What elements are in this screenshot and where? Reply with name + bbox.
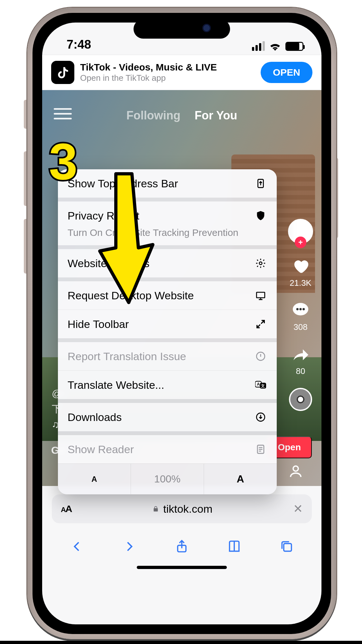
- sound-disc-icon[interactable]: [289, 388, 312, 411]
- menu-show-reader: Show Reader: [58, 435, 277, 463]
- app-banner-title: TikTok - Videos, Music & LIVE: [80, 62, 255, 73]
- svg-point-4: [293, 466, 298, 471]
- smart-app-banner: TikTok - Videos, Music & LIVE Open in th…: [42, 55, 321, 90]
- creator-avatar[interactable]: +: [288, 219, 313, 244]
- notch: [134, 19, 230, 39]
- back-icon[interactable]: [70, 539, 84, 554]
- aa-button[interactable]: AA: [61, 503, 72, 514]
- address-bar[interactable]: AA tiktok.com ✕: [52, 494, 312, 523]
- menu-hide-toolbar[interactable]: Hide Toolbar: [58, 310, 277, 338]
- follow-plus-icon[interactable]: +: [295, 237, 306, 248]
- tabs-icon[interactable]: [280, 539, 294, 554]
- menu-icon[interactable]: [54, 108, 72, 121]
- status-time: 7:48: [67, 38, 91, 51]
- zoom-in-button[interactable]: A: [204, 464, 277, 494]
- svg-point-8: [259, 262, 262, 265]
- shield-icon: [254, 209, 267, 222]
- zoom-level[interactable]: 100%: [131, 464, 204, 494]
- translate-icon: A文: [254, 378, 267, 391]
- like-icon[interactable]: [290, 256, 311, 276]
- menu-report-translation: Report Translation Issue: [58, 342, 277, 370]
- menu-show-top-address-bar[interactable]: Show Top Address Bar: [58, 169, 277, 198]
- annotation-arrow: [97, 171, 154, 306]
- menu-privacy-report[interactable]: Privacy Report: [58, 201, 277, 230]
- svg-rect-6: [284, 544, 292, 551]
- reader-icon: [254, 443, 267, 456]
- menu-website-settings[interactable]: Website Settings: [58, 249, 277, 277]
- comment-icon[interactable]: [290, 300, 311, 320]
- svg-point-2: [299, 308, 302, 310]
- svg-text:文: 文: [261, 384, 265, 388]
- wifi-icon: [269, 42, 281, 51]
- share-toolbar-icon[interactable]: [175, 539, 189, 554]
- expand-icon: [254, 318, 267, 331]
- alert-icon: [254, 350, 267, 363]
- download-icon: [254, 411, 267, 424]
- like-count: 21.3K: [290, 278, 311, 288]
- profile-icon[interactable]: [288, 463, 303, 480]
- tiktok-app-icon: [51, 61, 74, 84]
- bookmarks-icon[interactable]: [227, 539, 241, 554]
- zoom-out-button[interactable]: A: [58, 464, 131, 494]
- desktop-icon: [254, 289, 267, 302]
- open-app-button[interactable]: OPEN: [261, 62, 312, 83]
- lock-icon: [152, 505, 159, 513]
- menu-translate[interactable]: Translate Website... A文: [58, 370, 277, 399]
- page-settings-menu: Show Top Address Bar Privacy Report Turn…: [58, 169, 277, 494]
- comment-count: 308: [293, 322, 307, 332]
- cellular-icon: [252, 41, 265, 51]
- svg-point-1: [296, 308, 299, 310]
- forward-icon[interactable]: [122, 539, 136, 554]
- share-icon[interactable]: [290, 344, 311, 364]
- battery-icon: [285, 42, 303, 51]
- app-banner-subtitle: Open in the TikTok app: [80, 73, 255, 83]
- menu-request-desktop[interactable]: Request Desktop Website: [58, 281, 277, 310]
- tab-for-you[interactable]: For You: [195, 109, 237, 122]
- stop-reload-icon[interactable]: ✕: [293, 502, 303, 516]
- svg-rect-9: [256, 292, 265, 298]
- share-count: 80: [296, 366, 305, 376]
- gear-icon: [254, 257, 267, 270]
- svg-point-3: [302, 308, 305, 310]
- url-text: tiktok.com: [152, 503, 212, 515]
- tab-following[interactable]: Following: [126, 109, 181, 122]
- privacy-subtitle: Turn On Cross-Site Tracking Prevention: [58, 227, 277, 245]
- menu-downloads[interactable]: Downloads: [58, 403, 277, 431]
- annotation-step-number: 3: [49, 132, 78, 191]
- top-bar-icon: [254, 177, 267, 190]
- svg-text:A: A: [257, 382, 260, 387]
- home-indicator: [137, 566, 227, 569]
